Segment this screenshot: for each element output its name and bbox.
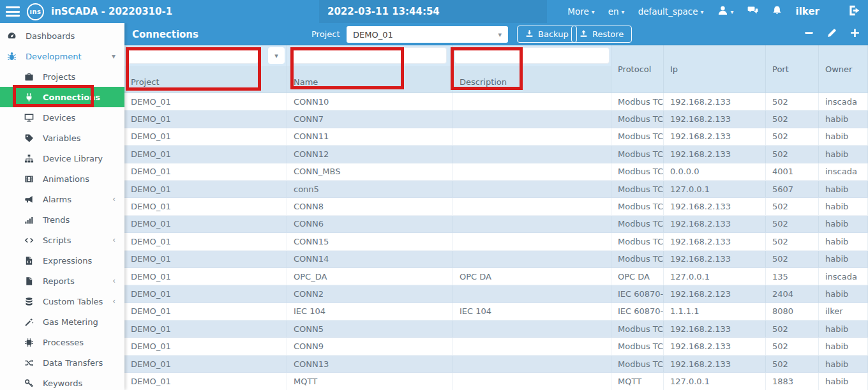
cell-ip: 192.168.2.133: [664, 110, 766, 127]
table-row[interactable]: DEMO_01CONN14Modbus TCP192.168.2.133502h…: [124, 251, 868, 268]
sidebar-item-variables[interactable]: Variables: [0, 128, 124, 148]
table-row[interactable]: DEMO_01CONN10Modbus TCP192.168.2.133502i…: [124, 93, 868, 110]
column-header-owner[interactable]: Owner: [819, 45, 868, 93]
sidebar-item-expressions[interactable]: Expressions: [0, 250, 124, 271]
cell-description: [453, 110, 611, 127]
chevron-left-icon: ‹: [112, 276, 116, 285]
chat-icon: [747, 5, 758, 18]
code-icon: [24, 236, 34, 245]
cell-port: 502: [766, 251, 819, 267]
topbar-right: More▾ en▾ default_space▾ ▾ ilker: [567, 4, 860, 19]
cell-description: [453, 356, 611, 372]
sidebar-item-development[interactable]: Development▾: [0, 46, 124, 66]
table-row[interactable]: DEMO_01OPC_DAOPC DAOPC DA127.0.0.1135ins…: [124, 268, 868, 285]
description-filter-input[interactable]: [454, 47, 610, 64]
chevron-left-icon: ‹: [112, 236, 116, 244]
table-row[interactable]: DEMO_01CONN6Modbus TCP192.168.2.133502ha…: [124, 216, 868, 233]
cell-port: 502: [766, 356, 819, 372]
sidebar-item-data-transfers[interactable]: Data Transfers: [0, 352, 124, 373]
cell-owner: habib: [819, 216, 868, 232]
username-label[interactable]: ilker: [796, 6, 819, 17]
user-icon: [717, 5, 728, 18]
bug-icon: [6, 52, 17, 61]
cell-project: DEMO_01: [124, 338, 287, 354]
column-header-description[interactable]: Description: [453, 66, 611, 93]
cell-description: [453, 251, 611, 267]
more-menu[interactable]: More▾: [567, 6, 595, 17]
notifications-button[interactable]: [772, 5, 782, 18]
sidebar-item-alarms[interactable]: Alarms‹: [0, 189, 124, 209]
add-connection-button[interactable]: [849, 27, 860, 41]
project-filter-dropdown[interactable]: ▾: [268, 47, 285, 64]
filter-cell-description: [453, 45, 611, 66]
table-row[interactable]: DEMO_01CONN15Modbus TCP192.168.2.133502h…: [124, 233, 868, 250]
hamburger-menu-icon[interactable]: [6, 6, 20, 17]
column-header-protocol[interactable]: Protocol: [611, 45, 664, 93]
cell-name: CONN13: [287, 356, 453, 372]
cell-protocol: Modbus TCP S: [611, 163, 664, 180]
sidebar-item-label: Reports: [43, 276, 75, 286]
name-filter-input[interactable]: [292, 47, 447, 64]
space-menu[interactable]: default_space▾: [638, 6, 704, 17]
cell-protocol: Modbus TCP S: [611, 181, 664, 197]
table-row[interactable]: DEMO_01CONN12Modbus TCP192.168.2.133502h…: [124, 146, 868, 163]
sidebar-item-gas-metering[interactable]: Gas Metering: [0, 311, 124, 332]
cell-ip: 192.168.2.133: [664, 338, 766, 354]
sidebar-item-reports[interactable]: Reports‹: [0, 271, 124, 291]
cell-ip: 192.168.2.133: [664, 320, 766, 337]
sidebar-item-projects[interactable]: Projects: [0, 66, 124, 87]
sidebar-item-keywords[interactable]: Keywords: [0, 373, 124, 390]
cell-project: DEMO_01: [124, 285, 287, 302]
table-row[interactable]: DEMO_01CONN11Modbus TCP192.168.2.133502h…: [124, 128, 868, 146]
cell-description: [453, 216, 611, 232]
cell-owner: habib: [819, 320, 868, 337]
cell-owner: habib: [819, 285, 868, 302]
cell-description: [453, 338, 611, 354]
sidebar-item-device-library[interactable]: Device Library: [0, 148, 124, 169]
column-header-port[interactable]: Port: [766, 45, 819, 93]
table-row[interactable]: DEMO_01CONN7Modbus TCP192.168.2.133502ha…: [124, 110, 868, 128]
chat-button[interactable]: [747, 5, 758, 18]
cell-protocol: Modbus TCP: [611, 216, 664, 232]
cell-port: 8080: [766, 303, 819, 320]
project-select[interactable]: DEMO_01 ▾: [347, 26, 508, 43]
sidebar-item-connections[interactable]: Connections: [0, 87, 124, 107]
sidebar-item-scripts[interactable]: Scripts‹: [0, 230, 124, 250]
table-row[interactable]: DEMO_01IEC 104IEC 104IEC 60870-5-11.1.1.…: [124, 303, 868, 320]
cell-description: [453, 146, 611, 162]
edit-connection-button[interactable]: [827, 27, 837, 41]
cell-project: DEMO_01: [124, 251, 287, 267]
column-header-project[interactable]: Project: [124, 66, 287, 93]
cell-port: 502: [766, 128, 819, 145]
remove-connection-button[interactable]: [804, 27, 814, 41]
table-row[interactable]: DEMO_01CONN8Modbus TCP192.168.2.133502ha…: [124, 198, 868, 215]
column-header-ip[interactable]: Ip: [664, 45, 766, 93]
table-row[interactable]: DEMO_01CONN2IEC 60870-5-1192.168.2.12324…: [124, 285, 868, 303]
project-filter-input[interactable]: [127, 47, 258, 64]
cell-port: 4001: [766, 163, 819, 180]
backup-button[interactable]: Backup: [517, 26, 577, 43]
sidebar-item-label: Processes: [43, 338, 84, 347]
sidebar-item-animations[interactable]: Animations: [0, 169, 124, 189]
bell-icon: [772, 5, 782, 18]
column-header-name[interactable]: Name: [287, 66, 453, 93]
logout-button[interactable]: [848, 4, 860, 19]
table-row[interactable]: DEMO_01CONN9Modbus TCP192.168.2.133502ha…: [124, 338, 868, 355]
user-menu[interactable]: ▾: [717, 5, 734, 18]
table-row[interactable]: DEMO_01MQTTMQTT127.0.0.11883habib: [124, 373, 868, 390]
sidebar-item-devices[interactable]: Devices: [0, 107, 124, 128]
cell-name: CONN15: [287, 233, 453, 250]
table-row[interactable]: DEMO_01conn5Modbus TCP S127.0.0.15607hab…: [124, 181, 868, 198]
table-row[interactable]: DEMO_01CONN_MBSModbus TCP S0.0.0.04001in…: [124, 163, 868, 181]
upload-icon: [580, 29, 588, 40]
restore-button[interactable]: Restore: [571, 26, 632, 43]
sidebar-item-label: Device Library: [43, 154, 103, 163]
sidebar-item-trends[interactable]: Trends: [0, 209, 124, 230]
sidebar-item-dashboards[interactable]: Dashboards: [0, 26, 124, 46]
cell-project: DEMO_01: [124, 233, 287, 250]
language-menu[interactable]: en▾: [608, 6, 625, 17]
sidebar-item-custom-tables[interactable]: Custom Tables‹: [0, 291, 124, 311]
table-row[interactable]: DEMO_01CONN5Modbus TCP192.168.2.133502ha…: [124, 320, 868, 338]
sidebar-item-processes[interactable]: Processes: [0, 332, 124, 352]
table-row[interactable]: DEMO_01CONN13Modbus TCP192.168.2.133502h…: [124, 356, 868, 373]
